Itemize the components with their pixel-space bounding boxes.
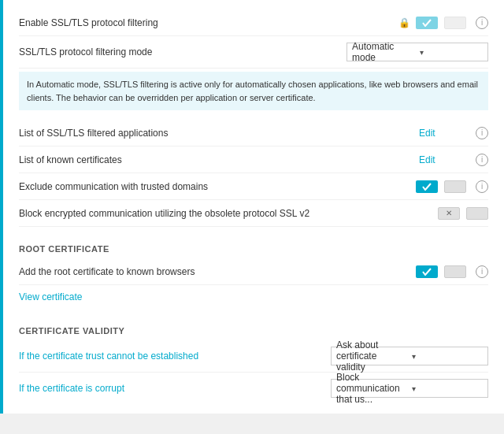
add-root-cert-label: Add the root certificate to known browse… [19,266,416,277]
cert-corrupt-control: Block communication that us... ▾ [331,379,488,398]
cert-corrupt-label: If the certificate is corrupt [19,383,331,394]
filtering-mode-label: SSL/TLS protocol filtering mode [19,46,346,57]
cert-trust-dropdown[interactable]: Ask about certificate validity ▾ [331,347,488,365]
enable-ssl-row: Enable SSL/TLS protocol filtering 🔒 i [19,9,488,36]
exclude-trusted-toggle-off[interactable] [444,180,466,193]
cert-validity-section-header: CERTIFICATE VALIDITY [19,315,488,340]
enable-ssl-info-icon[interactable]: i [476,17,488,29]
filtering-mode-control: Automatic mode ▾ [346,43,488,61]
enable-ssl-control: 🔒 i [398,17,488,29]
enable-ssl-toggle-off[interactable] [444,17,466,29]
enable-ssl-toggle-on[interactable] [416,17,438,29]
block-ssl2-row: Block encrypted communication utilizing … [19,200,488,227]
add-root-cert-toggle-off[interactable] [444,265,466,278]
list-certs-label: List of known certificates [19,154,419,165]
cert-trust-row: If the certificate trust cannot be estab… [19,340,488,373]
cert-corrupt-row: If the certificate is corrupt Block comm… [19,373,488,404]
root-cert-section-header: ROOT CERTIFICATE [19,233,488,258]
enable-ssl-label: Enable SSL/TLS protocol filtering [19,17,398,28]
cert-corrupt-arrow-icon: ▾ [412,384,483,393]
cert-trust-label: If the certificate trust cannot be estab… [19,351,331,362]
dropdown-arrow-icon: ▾ [420,48,483,57]
add-root-cert-control: i [416,265,488,278]
add-root-cert-toggle-on[interactable] [416,265,438,278]
list-apps-label: List of SSL/TLS filtered applications [19,128,419,139]
exclude-trusted-label: Exclude communication with trusted domai… [19,181,416,192]
block-ssl2-control: ✕ [438,207,488,220]
exclude-trusted-control: i [416,180,488,193]
list-apps-row: List of SSL/TLS filtered applications Ed… [19,120,488,147]
list-certs-control: Edit i [419,154,488,166]
list-certs-edit-link[interactable]: Edit [419,154,466,165]
cert-trust-arrow-icon: ▾ [412,352,483,361]
view-cert-row: View certificate [19,285,488,315]
exclude-trusted-row: Exclude communication with trusted domai… [19,173,488,200]
list-certs-row: List of known certificates Edit i [19,147,488,173]
filtering-mode-dropdown[interactable]: Automatic mode ▾ [346,43,488,61]
block-ssl2-toggle-empty[interactable] [466,207,488,220]
exclude-trusted-info-icon[interactable]: i [476,180,488,193]
cert-trust-control: Ask about certificate validity ▾ [331,347,488,365]
list-apps-control: Edit i [419,127,488,139]
add-root-cert-row: Add the root certificate to known browse… [19,258,488,285]
x-icon: ✕ [446,209,452,217]
view-certificate-link[interactable]: View certificate [19,288,82,306]
automatic-mode-info: In Automatic mode, SSL/TLS filtering is … [19,72,488,110]
lock-icon: 🔒 [398,17,410,28]
list-certs-info-icon[interactable]: i [476,154,488,166]
add-root-cert-info-icon[interactable]: i [476,265,488,278]
block-ssl2-label: Block encrypted communication utilizing … [19,208,438,219]
list-apps-edit-link[interactable]: Edit [419,128,466,139]
cert-corrupt-dropdown[interactable]: Block communication that us... ▾ [331,379,488,398]
filtering-mode-row: SSL/TLS protocol filtering mode Automati… [19,36,488,69]
exclude-trusted-toggle-on[interactable] [416,180,438,193]
list-apps-info-icon[interactable]: i [476,127,488,139]
block-ssl2-toggle-off[interactable]: ✕ [438,207,460,220]
